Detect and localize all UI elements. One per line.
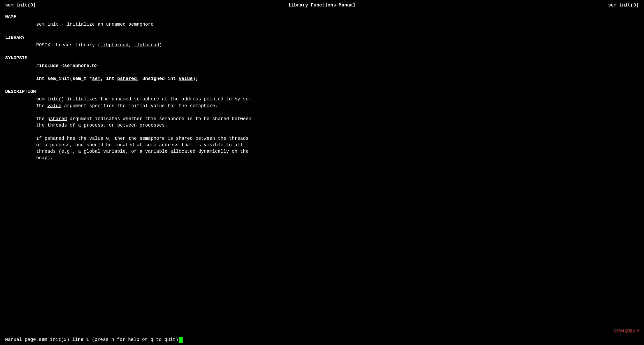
description-para1-line1: sem_init() initializes the unnamed semap… — [36, 96, 639, 102]
desc-sem-init-bold: sem_init — [36, 97, 58, 102]
desc-para1-rest: initializes the unnamed semaphore at the… — [64, 97, 243, 102]
section-library-content: POSIX threads library (libpthread, -lpth… — [36, 42, 639, 48]
man-page-header: sem_init(3) Library Functions Manual sem… — [5, 2, 639, 9]
description-para3-line2: of a process, and should be located at s… — [36, 142, 639, 148]
desc-parens: () — [58, 97, 64, 102]
section-library-heading: LIBRARY — [5, 34, 639, 41]
terminal-cursor — [179, 337, 183, 343]
proto-mid2: , unsigned int — [137, 76, 179, 81]
header-center: Library Functions Manual — [288, 2, 355, 9]
header-left: sem_init(3) — [5, 2, 36, 9]
desc-para3-prefix: If — [36, 136, 44, 141]
desc-para3-rest: has the value 0, then the semaphore is s… — [64, 136, 249, 141]
proto-suffix: ); — [193, 76, 198, 81]
description-para3-line1: If pshared has the value 0, then the sem… — [36, 135, 639, 142]
description-para2-line2: the threads of a process, or between pro… — [36, 122, 639, 129]
proto-link-sem[interactable]: sem — [92, 76, 100, 81]
description-para1-line2: The value argument specifies the initial… — [36, 103, 639, 109]
desc-link-value[interactable]: value — [47, 103, 61, 108]
description-para3-line4: heap). — [36, 155, 639, 161]
proto-link-value[interactable]: value — [179, 76, 193, 81]
library-text-suffix: ) — [159, 42, 162, 48]
section-name-content: sem_init - initialize an unnamed semapho… — [36, 21, 639, 28]
library-link-libpthread[interactable]: libpthread — [100, 42, 128, 48]
desc-para1-l2-prefix: The — [36, 103, 47, 108]
desc-link-pshared2[interactable]: pshared — [44, 136, 64, 141]
library-link-lpthread[interactable]: -lpthread — [134, 42, 159, 48]
desc-link-sem[interactable]: sem — [243, 97, 251, 102]
synopsis-prototype: int sem_init(sem_t *sem, int pshared, un… — [36, 76, 639, 82]
description-para3-line3: threads (e.g., a global variable, or a v… — [36, 148, 639, 155]
section-name-heading: NAME — [5, 14, 639, 20]
desc-para1-end: . — [251, 97, 254, 102]
proto-link-pshared[interactable]: pshared — [117, 76, 137, 81]
watermark: CSDN @落水 # — [614, 328, 639, 334]
header-right: sem_init(3) — [608, 2, 639, 9]
description-para2-line1: The pshared argument indicates whether t… — [36, 116, 639, 122]
library-text-middle: , — [128, 42, 134, 48]
desc-para2-rest: argument indicates whether this semaphor… — [67, 116, 251, 121]
desc-para1-l2-rest: argument specifies the initial value for… — [61, 103, 218, 108]
library-text-prefix: POSIX threads library ( — [36, 42, 100, 48]
section-description-heading: DESCRIPTION — [5, 89, 639, 95]
proto-mid1: , int — [100, 76, 117, 81]
section-synopsis-heading: SYNOPSIS — [5, 55, 639, 61]
synopsis-include: #include <semaphore.h> — [36, 63, 639, 69]
proto-prefix: int sem_init(sem_t * — [36, 76, 92, 81]
desc-link-pshared[interactable]: pshared — [47, 116, 67, 121]
desc-para2-prefix: The — [36, 116, 47, 121]
status-text: Manual page sem_init(3) line 1 (press h … — [5, 336, 178, 343]
manual-content: sem_init(3) Library Functions Manual sem… — [0, 0, 644, 335]
status-bar: Manual page sem_init(3) line 1 (press h … — [0, 335, 644, 345]
terminal-window: sem_init(3) Library Functions Manual sem… — [0, 0, 644, 345]
